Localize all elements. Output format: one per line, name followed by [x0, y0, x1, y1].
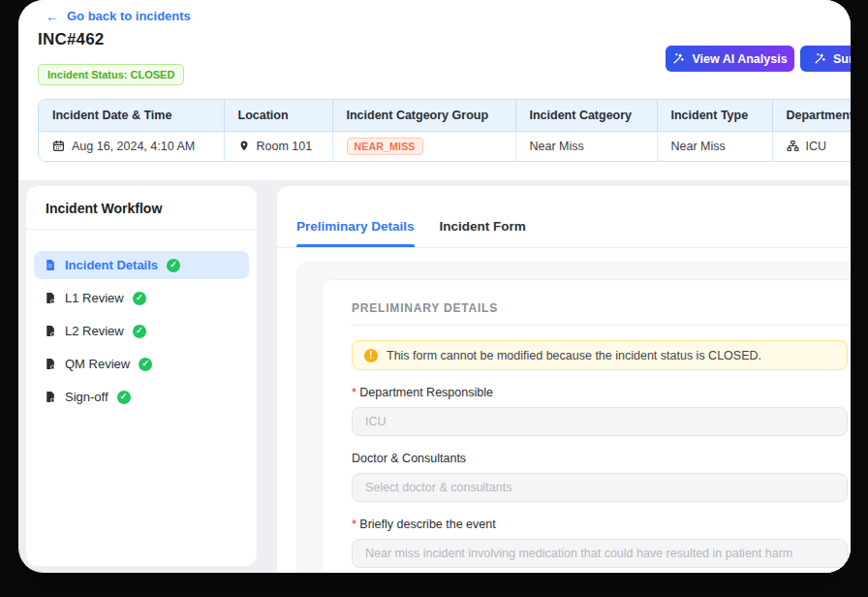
file-check-icon — [44, 291, 56, 305]
cell-category: Near Miss — [530, 140, 584, 153]
app-window: ← Go back to incidents INC#462 Incident … — [18, 0, 851, 573]
check-circle-icon — [117, 391, 131, 404]
col-incident-datetime: Incident Date & Time — [39, 100, 224, 131]
workflow-list: Incident Details L1 Review L2 Review — [26, 230, 257, 411]
file-check-icon — [44, 357, 56, 371]
cell-location: Room 101 — [257, 140, 313, 153]
page-header: ← Go back to incidents INC#462 Incident … — [18, 0, 851, 180]
workflow-item-sign-off[interactable]: Sign-off — [34, 383, 249, 411]
col-category-group: Incident Catgeory Group — [332, 100, 515, 131]
col-incident-type: Incident Type — [657, 100, 772, 131]
back-link-label: Go back to incidents — [67, 9, 191, 23]
incident-workflow-panel: Incident Workflow Incident Details L1 Re… — [26, 186, 257, 566]
view-ai-analysis-label: View AI Analysis — [692, 52, 787, 66]
calendar-icon — [52, 140, 65, 152]
closed-status-warning: This form cannot be modified because the… — [352, 340, 848, 370]
view-ai-analysis-button[interactable]: View AI Analysis — [666, 46, 794, 72]
magic-wand-icon — [814, 52, 826, 65]
tab-incident-form[interactable]: Incident Form — [440, 219, 526, 247]
main-content-panel: Preliminary Details Incident Form PRELIM… — [277, 186, 851, 573]
tab-preliminary-details[interactable]: Preliminary Details — [296, 219, 415, 247]
workflow-item-label: Sign-off — [65, 390, 108, 404]
workflow-item-label: Incident Details — [65, 258, 158, 272]
doctor-consultants-label: Doctor & Consultants — [352, 452, 851, 465]
file-icon — [44, 258, 56, 272]
col-department: Department Involved — [772, 100, 851, 131]
col-category: Incident Catgeory — [515, 100, 657, 131]
event-description-label: Briefly describe the event — [352, 518, 851, 531]
preliminary-details-card: PRELIMINARY DETAILS This form cannot be … — [322, 279, 851, 573]
check-circle-icon — [139, 358, 152, 371]
form-background-panel: PRELIMINARY DETAILS This form cannot be … — [296, 262, 851, 573]
warning-exclamation-icon — [364, 349, 378, 362]
warning-text: This form cannot be modified because the… — [387, 349, 761, 362]
doctor-consultants-field[interactable] — [352, 473, 848, 502]
incident-summary-table: Incident Date & Time Location Incident C… — [38, 99, 851, 162]
location-pin-icon — [238, 140, 250, 152]
department-responsible-field[interactable] — [352, 407, 848, 436]
workflow-item-incident-details[interactable]: Incident Details — [34, 251, 249, 279]
cell-department: ICU — [806, 140, 827, 153]
department-org-icon — [787, 140, 799, 152]
check-circle-icon — [167, 259, 180, 272]
table-row: Aug 16, 2024, 4:10 AM Room 101 NEAR — [39, 131, 851, 161]
back-to-incidents-link[interactable]: ← Go back to incidents — [46, 9, 191, 23]
back-arrow-icon: ← — [46, 10, 59, 23]
section-title: PRELIMINARY DETAILS — [352, 301, 851, 326]
status-badge: Incident Status: CLOSED — [38, 64, 184, 85]
workflow-item-label: L1 Review — [65, 291, 124, 305]
workflow-item-label: L2 Review — [65, 324, 124, 338]
check-circle-icon — [133, 325, 146, 338]
category-group-tag: NEAR_MISS — [347, 138, 423, 155]
summarize-label: Summarize — [833, 52, 851, 66]
workflow-item-l1-review[interactable]: L1 Review — [34, 284, 249, 312]
tab-bar: Preliminary Details Incident Form — [277, 186, 851, 248]
check-circle-icon — [133, 292, 146, 305]
cell-datetime: Aug 16, 2024, 4:10 AM — [72, 140, 195, 153]
magic-wand-icon — [672, 52, 685, 65]
page-title: INC#462 — [38, 30, 105, 49]
workflow-item-l2-review[interactable]: L2 Review — [34, 317, 249, 345]
file-check-icon — [44, 324, 56, 338]
department-responsible-label: Department Responsible — [352, 386, 851, 399]
file-check-icon — [44, 390, 56, 404]
cell-incident-type: Near Miss — [671, 140, 726, 153]
workflow-item-label: QM Review — [65, 357, 130, 371]
event-description-field[interactable] — [352, 539, 848, 568]
col-location: Location — [224, 100, 332, 131]
workflow-item-qm-review[interactable]: QM Review — [34, 350, 249, 378]
summarize-button[interactable]: Summarize — [800, 46, 851, 72]
workflow-title: Incident Workflow — [26, 186, 257, 229]
table-header-row: Incident Date & Time Location Incident C… — [39, 100, 851, 131]
